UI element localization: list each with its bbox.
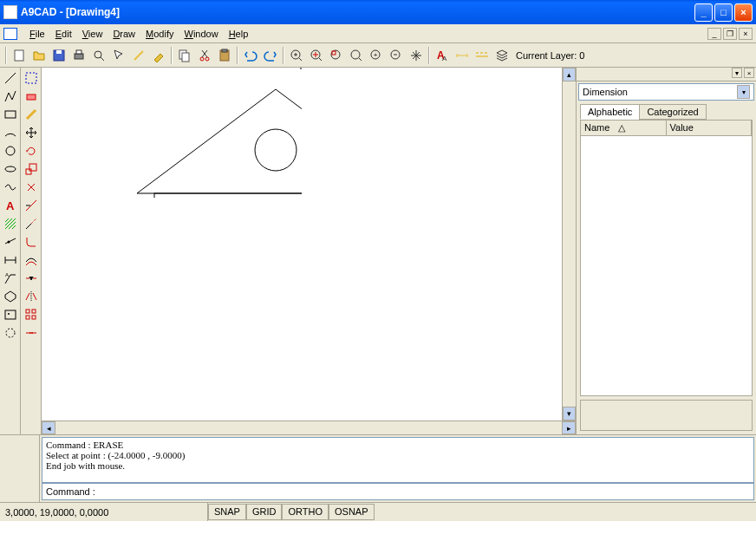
offset-tool[interactable] xyxy=(23,251,40,269)
column-value[interactable]: Value xyxy=(667,121,753,135)
close-button[interactable]: × xyxy=(734,3,753,22)
mirror-tool[interactable] xyxy=(23,288,40,305)
ellipse-tool[interactable] xyxy=(2,160,19,178)
join-tool[interactable] xyxy=(23,324,40,342)
linetype-button[interactable] xyxy=(472,46,492,65)
preview-button[interactable] xyxy=(89,46,108,65)
app-icon xyxy=(3,5,17,19)
combo-dropdown-icon[interactable]: ▾ xyxy=(737,85,750,99)
combo-value: Dimension xyxy=(583,87,628,97)
mdi-close-button[interactable]: × xyxy=(739,28,753,40)
menu-edit[interactable]: Edit xyxy=(50,27,77,41)
print-button[interactable] xyxy=(69,46,88,65)
open-button[interactable] xyxy=(29,46,49,65)
properties-grid: Name △ Value xyxy=(580,120,753,396)
zoom-in-button[interactable] xyxy=(287,46,306,65)
menu-help[interactable]: Help xyxy=(224,27,254,41)
grid-toggle[interactable]: GRID xyxy=(246,504,283,520)
scroll-down-button[interactable]: ▾ xyxy=(563,407,576,420)
text-style-button[interactable]: AA xyxy=(433,46,452,65)
text-tool[interactable]: A xyxy=(2,197,19,214)
select-tool-button[interactable] xyxy=(109,46,128,65)
svg-text:+: + xyxy=(374,51,378,59)
horizontal-scrollbar[interactable]: ◂ ▸ xyxy=(42,420,576,434)
layers-button[interactable] xyxy=(492,46,512,65)
menu-draw[interactable]: Draw xyxy=(108,27,140,41)
properties-button[interactable] xyxy=(149,46,168,65)
tab-categorized[interactable]: Categorized xyxy=(639,104,706,120)
rotate-tool[interactable] xyxy=(23,142,40,160)
polyline-tool[interactable] xyxy=(2,88,19,105)
zoom-window-button[interactable] xyxy=(327,46,346,65)
zoom-minus-button[interactable] xyxy=(387,46,406,65)
pan-button[interactable] xyxy=(407,46,426,65)
command-history: Command : ERASE Select at point : (-24.0… xyxy=(42,437,754,483)
dim-style-button[interactable] xyxy=(453,46,472,65)
tab-alphabetic[interactable]: Alphabetic xyxy=(580,104,640,120)
extend-tool[interactable] xyxy=(23,215,40,232)
hatch-tool[interactable] xyxy=(2,215,19,232)
select-window-tool[interactable] xyxy=(23,69,40,87)
drawing-content xyxy=(42,68,302,198)
column-name[interactable]: Name △ xyxy=(581,121,667,135)
leader-tool[interactable]: A xyxy=(2,270,19,287)
circle-tool[interactable] xyxy=(2,142,19,160)
array-tool[interactable] xyxy=(23,306,40,323)
trim-tool[interactable] xyxy=(23,197,40,214)
zoom-all-button[interactable] xyxy=(347,46,366,65)
scroll-left-button[interactable]: ◂ xyxy=(42,421,55,434)
vertical-scrollbar[interactable]: ▴ ▾ xyxy=(562,68,576,420)
svg-point-10 xyxy=(205,57,209,61)
svg-line-18 xyxy=(319,58,322,61)
dimension-tool[interactable] xyxy=(2,251,19,269)
paste-button[interactable] xyxy=(215,46,234,65)
osnap-toggle[interactable]: OSNAP xyxy=(329,504,375,520)
revcloud-tool[interactable] xyxy=(2,324,19,342)
svg-rect-8 xyxy=(182,53,189,62)
scroll-right-button[interactable]: ▸ xyxy=(562,421,576,434)
erase-tool[interactable] xyxy=(23,88,40,105)
undo-button[interactable] xyxy=(241,46,260,65)
menu-modify[interactable]: Modify xyxy=(140,27,179,41)
insert-block-tool[interactable] xyxy=(2,288,19,305)
panel-close-button[interactable]: × xyxy=(744,68,754,78)
statusbar: 3,0000, 19,0000, 0,0000 SNAP GRID ORTHO … xyxy=(0,502,756,521)
cut-button[interactable] xyxy=(195,46,214,65)
svg-rect-46 xyxy=(26,316,29,319)
new-button[interactable] xyxy=(10,46,29,65)
move-tool[interactable] xyxy=(23,124,40,141)
scale-tool[interactable] xyxy=(23,160,40,178)
redo-button[interactable] xyxy=(261,46,280,65)
arc-tool[interactable] xyxy=(2,124,19,141)
command-input[interactable]: Command : xyxy=(42,483,754,500)
panel-dropdown-button[interactable]: ▾ xyxy=(732,68,742,78)
menu-file[interactable]: File xyxy=(24,27,50,41)
scroll-up-button[interactable]: ▴ xyxy=(563,68,576,81)
copy-tool[interactable] xyxy=(23,106,40,123)
menu-view[interactable]: View xyxy=(77,27,108,41)
zoom-plus-button[interactable]: + xyxy=(367,46,386,65)
mdi-restore-button[interactable]: ❐ xyxy=(723,28,737,40)
explode-tool[interactable] xyxy=(23,179,40,196)
point-tool[interactable] xyxy=(2,233,19,251)
svg-point-39 xyxy=(6,329,15,337)
ortho-toggle[interactable]: ORTHO xyxy=(282,504,329,520)
svg-rect-30 xyxy=(5,111,16,118)
maximize-button[interactable]: □ xyxy=(714,3,733,22)
minimize-button[interactable]: _ xyxy=(694,3,713,22)
fillet-tool[interactable] xyxy=(23,233,40,251)
break-tool[interactable] xyxy=(23,270,40,287)
pick-tool-button[interactable] xyxy=(129,46,148,65)
object-type-combo[interactable]: Dimension ▾ xyxy=(578,83,754,101)
rectangle-tool[interactable] xyxy=(2,106,19,123)
zoom-extents-button[interactable] xyxy=(307,46,326,65)
copy-button[interactable] xyxy=(175,46,194,65)
canvas[interactable] xyxy=(42,68,562,420)
mdi-minimize-button[interactable]: _ xyxy=(707,28,721,40)
save-button[interactable] xyxy=(49,46,68,65)
line-tool[interactable] xyxy=(2,69,19,87)
image-tool[interactable] xyxy=(2,306,19,323)
snap-toggle[interactable]: SNAP xyxy=(208,504,246,520)
spline-tool[interactable] xyxy=(2,179,19,196)
menu-window[interactable]: Window xyxy=(179,27,223,41)
